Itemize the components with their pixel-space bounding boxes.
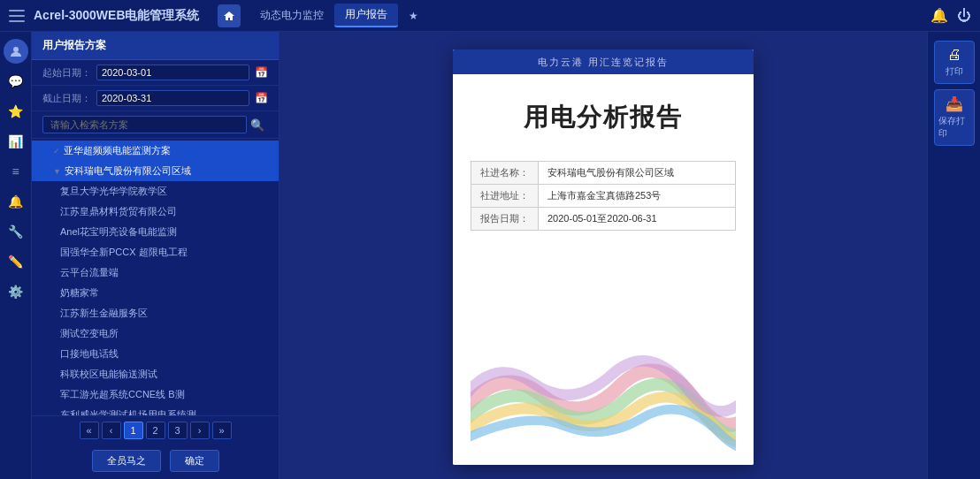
search-input[interactable] bbox=[42, 116, 247, 133]
tree-item-1[interactable]: ▼安科瑞电气股份有限公司区域 bbox=[32, 161, 279, 181]
hamburger-menu-icon[interactable] bbox=[9, 10, 25, 22]
tree-item-8[interactable]: 江苏新生金融服务区 bbox=[32, 303, 279, 323]
tree-item-11[interactable]: 科联校区电能输送测试 bbox=[32, 364, 279, 384]
table-row: 报告日期： 2020-05-01至2020-06-31 bbox=[471, 208, 736, 231]
left-panel: 用户报告方案 起始日期： 📅 截止日期： 📅 🔍 ✓亚华超频频电能监测方案 ▼安… bbox=[32, 32, 279, 479]
end-date-calendar-icon[interactable]: 📅 bbox=[255, 92, 268, 104]
tree-item-0[interactable]: ✓亚华超频频电能监测方案 bbox=[32, 141, 279, 161]
svg-point-0 bbox=[13, 47, 19, 52]
page-3-button[interactable]: 3 bbox=[168, 422, 188, 439]
end-date-row: 截止日期： 📅 bbox=[32, 86, 279, 111]
report-top-bar: 电力云港 用汇连览记报告 bbox=[453, 49, 754, 74]
pagination: « ‹ 1 2 3 › » bbox=[32, 415, 279, 445]
nav-item-report[interactable]: 用户报告 bbox=[334, 4, 398, 27]
main-layout: 💬 ⭐ 📊 ≡ 🔔 🔧 ✏️ ⚙️ 用户报告方案 起始日期： 📅 截止日期： 📅… bbox=[0, 32, 980, 479]
print-icon: 🖨 bbox=[947, 47, 961, 63]
print-button[interactable]: 🖨 打印 bbox=[934, 41, 975, 84]
tree-item-12[interactable]: 军工游光超系统CCNE线 B测 bbox=[32, 384, 279, 405]
user-avatar[interactable] bbox=[4, 39, 28, 64]
right-panel: 🖨 打印 📥 保存打印 bbox=[927, 32, 980, 479]
tree-item-7[interactable]: 奶糖家常 bbox=[32, 283, 279, 303]
tree-area: ✓亚华超频频电能监测方案 ▼安科瑞电气股份有限公司区域 复旦大学光华学院教学区 … bbox=[32, 139, 279, 415]
page-1-button[interactable]: 1 bbox=[124, 422, 143, 439]
download-button[interactable]: 📥 保存打印 bbox=[934, 89, 975, 146]
topbar-right: 🔔 ⏻ bbox=[930, 7, 971, 24]
report-body: 用电分析报告 社进名称： 安科瑞电气股份有限公司区域 社进地址： 上海市嘉金宝真… bbox=[453, 74, 754, 465]
start-date-label: 起始日期： bbox=[42, 66, 91, 80]
nav-item-monitor[interactable]: 动态电力监控 bbox=[249, 4, 334, 27]
tree-item-6[interactable]: 云平台流量端 bbox=[32, 262, 279, 283]
wave-decoration bbox=[471, 248, 736, 456]
app-title: Acrel-3000WEB电能管理系统 bbox=[34, 8, 200, 24]
search-button[interactable]: 🔍 bbox=[247, 117, 268, 133]
tree-item-3[interactable]: 江苏皇鼎材料货贸有限公司 bbox=[32, 201, 279, 222]
download-label: 保存打印 bbox=[938, 115, 970, 140]
preview-button[interactable]: 全员马之 bbox=[92, 450, 161, 472]
panel-header: 用户报告方案 bbox=[32, 32, 279, 60]
page-next-button[interactable]: › bbox=[190, 422, 210, 439]
settings-icon[interactable]: ⚙️ bbox=[4, 279, 28, 304]
topbar: Acrel-3000WEB电能管理系统 动态电力监控 用户报告 ★ 🔔 ⏻ bbox=[0, 0, 980, 32]
info-value-1: 上海市嘉金宝真德路253号 bbox=[539, 185, 736, 208]
tree-item-4[interactable]: Anel花宝明亮设备电能监测 bbox=[32, 222, 279, 242]
table-row: 社进名称： 安科瑞电气股份有限公司区域 bbox=[471, 162, 736, 185]
page-last-button[interactable]: » bbox=[212, 422, 232, 439]
bell-sidebar-icon[interactable]: 🔔 bbox=[4, 189, 28, 214]
info-value-2: 2020-05-01至2020-06-31 bbox=[539, 208, 736, 231]
start-date-input[interactable] bbox=[96, 65, 249, 80]
home-button[interactable] bbox=[218, 4, 241, 27]
info-label-2: 报告日期： bbox=[471, 208, 539, 231]
list-icon[interactable]: ≡ bbox=[4, 159, 28, 184]
report-title: 用电分析报告 bbox=[524, 101, 683, 134]
tree-item-2[interactable]: 复旦大学光华学院教学区 bbox=[32, 181, 279, 201]
start-date-row: 起始日期： 📅 bbox=[32, 60, 279, 86]
tree-item-13[interactable]: 东利威光学测试机场用电系统测 bbox=[32, 405, 279, 415]
table-row: 社进地址： 上海市嘉金宝真德路253号 bbox=[471, 185, 736, 208]
main-content: 电力云港 用汇连览记报告 用电分析报告 社进名称： 安科瑞电气股份有限公司区域 … bbox=[279, 32, 927, 479]
info-label-1: 社进地址： bbox=[471, 185, 539, 208]
download-icon: 📥 bbox=[946, 95, 963, 112]
power-icon[interactable]: ⏻ bbox=[957, 8, 971, 24]
page-2-button[interactable]: 2 bbox=[146, 422, 165, 439]
page-prev-button[interactable]: ‹ bbox=[102, 422, 121, 439]
bottom-buttons: 全员马之 确定 bbox=[32, 445, 279, 479]
tree-item-5[interactable]: 国强华全新PCCX 超限电工程 bbox=[32, 242, 279, 262]
confirm-button[interactable]: 确定 bbox=[170, 450, 219, 472]
search-row: 🔍 bbox=[32, 111, 279, 139]
report-info-table: 社进名称： 安科瑞电气股份有限公司区域 社进地址： 上海市嘉金宝真德路253号 … bbox=[471, 161, 736, 231]
edit-icon[interactable]: ✏️ bbox=[4, 249, 28, 274]
info-label-0: 社进名称： bbox=[471, 162, 539, 185]
page-first-button[interactable]: « bbox=[80, 422, 99, 439]
chat-icon[interactable]: 💬 bbox=[4, 69, 28, 94]
print-label: 打印 bbox=[946, 65, 963, 78]
info-value-0: 安科瑞电气股份有限公司区域 bbox=[539, 162, 736, 185]
nav-item-star[interactable]: ★ bbox=[398, 6, 429, 26]
start-date-calendar-icon[interactable]: 📅 bbox=[255, 66, 268, 79]
tree-item-9[interactable]: 测试空变电所 bbox=[32, 323, 279, 344]
end-date-label: 截止日期： bbox=[42, 92, 91, 105]
topbar-nav: 动态电力监控 用户报告 ★ bbox=[249, 4, 931, 27]
tree-item-10[interactable]: 口接地电话线 bbox=[32, 344, 279, 364]
end-date-input[interactable] bbox=[96, 90, 249, 106]
bell-icon[interactable]: 🔔 bbox=[930, 7, 948, 24]
tool-icon[interactable]: 🔧 bbox=[4, 219, 28, 244]
bar-chart-icon[interactable]: 📊 bbox=[4, 129, 28, 154]
sidebar-icons: 💬 ⭐ 📊 ≡ 🔔 🔧 ✏️ ⚙️ bbox=[0, 32, 32, 479]
report-card: 电力云港 用汇连览记报告 用电分析报告 社进名称： 安科瑞电气股份有限公司区域 … bbox=[453, 49, 754, 465]
star-icon[interactable]: ⭐ bbox=[4, 99, 28, 124]
